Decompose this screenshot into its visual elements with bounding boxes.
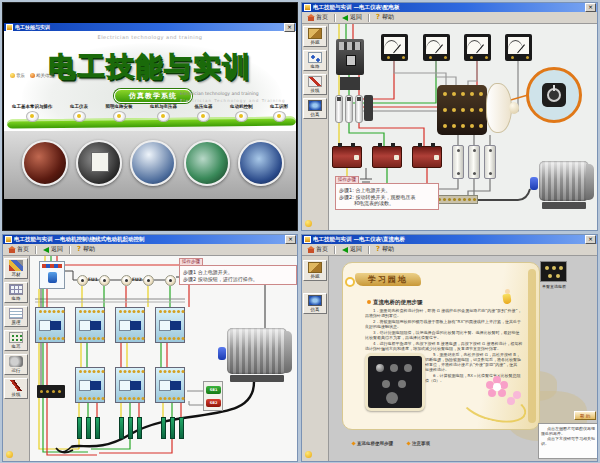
meter-screws: [470, 56, 473, 59]
help-button[interactable]: 帮助: [373, 13, 397, 22]
sidebar-button-appearance[interactable]: 外观: [303, 26, 327, 47]
home-button[interactable]: 首页: [305, 13, 331, 22]
sidebar-button-wiring[interactable]: 接线: [303, 74, 327, 95]
start-button[interactable]: SB1: [206, 386, 221, 394]
back-button[interactable]: 返回: [40, 245, 66, 254]
home-window: 电工技能与实训 × Electrician technology and tra…: [4, 23, 296, 199]
power-switch[interactable]: [39, 261, 65, 289]
link-precautions[interactable]: 注意事项: [407, 441, 430, 446]
menu-oval-button[interactable]: [113, 111, 126, 122]
sidebar-label: 原理: [5, 320, 27, 325]
menu-oval-button[interactable]: [273, 111, 286, 122]
sidebar-button-circuit[interactable]: 电路: [303, 50, 327, 71]
menu-oval-button[interactable]: [73, 111, 86, 122]
current-transformer-2: [372, 146, 402, 168]
sidebar-button-principle[interactable]: 原理: [4, 306, 28, 327]
step-paragraph: 2．将被测电阻用较粗的铜导线接于面板上标有“RX”的两接线柱上并拧紧，使其处于良…: [365, 319, 523, 329]
switch-handle[interactable]: [509, 102, 519, 114]
home-button[interactable]: 首页: [6, 245, 32, 254]
back-button-label: 返回: [350, 245, 362, 254]
app-icon: [6, 24, 13, 31]
close-button[interactable]: ×: [585, 235, 596, 244]
rotary-changeover-switch[interactable]: [437, 85, 487, 135]
contact-terminals: [79, 310, 82, 313]
sidebar-button-devices[interactable]: 电器: [4, 330, 28, 351]
fuse-label-fu2: FU2: [132, 277, 142, 282]
help-button[interactable]: 帮助: [373, 245, 397, 254]
current-transformer-1: [332, 146, 362, 168]
box-icon: [308, 262, 322, 273]
help-button-label: 帮助: [382, 13, 394, 22]
learning-banner: 学习园地: [355, 273, 421, 286]
meter-icon: [308, 52, 322, 63]
help-button[interactable]: 帮助: [74, 245, 98, 254]
menu-oval-button[interactable]: [26, 111, 39, 122]
back-button[interactable]: 返回: [339, 245, 365, 254]
switch-toggle[interactable]: [48, 272, 57, 283]
music-ball-icon[interactable]: [6, 451, 13, 458]
power-switch[interactable]: [336, 39, 364, 75]
switch-knob-zoom[interactable]: [542, 83, 566, 107]
home-button-label: 首页: [316, 13, 328, 22]
instrument-knobs: [376, 364, 384, 372]
menu-item-low-voltage[interactable]: 低压电器: [195, 104, 213, 122]
home-icon: [9, 249, 15, 253]
menu-item-motor-control[interactable]: 电动机控制: [230, 104, 253, 122]
step-paragraph: 4．进行电桥平衡调节，先按下按钮 B 接通电源，再按下按钮 G 接通检流计，根据…: [365, 341, 523, 351]
sidebar-button-run[interactable]: 运行: [4, 354, 28, 375]
back-icon: [43, 247, 49, 253]
sidebar-label: 电器: [5, 344, 27, 349]
app-icon: [304, 4, 311, 11]
contactor-7: [155, 367, 185, 403]
wound-rotor-motor: [218, 328, 292, 382]
back-button[interactable]: 返回: [339, 13, 365, 22]
close-button[interactable]: ×: [284, 23, 295, 32]
menu-item-basics[interactable]: 电工基本常识与操作: [12, 104, 53, 122]
help-panel-button[interactable]: 帮 助: [574, 411, 596, 420]
resistor: [86, 417, 91, 439]
resistor: [161, 417, 166, 439]
stop-button[interactable]: SB2: [206, 399, 221, 407]
switch-lever[interactable]: [346, 55, 356, 66]
menu-item-drawing-reading[interactable]: 电工识图: [270, 104, 288, 122]
close-button[interactable]: ×: [585, 3, 596, 12]
sidebar-button-simulation[interactable]: 仿真: [303, 98, 327, 119]
sidebar: 器材 电路 原理 电器 运行 接线: [3, 255, 30, 461]
music-ball-icon[interactable]: [305, 220, 312, 227]
menu-item-instruments[interactable]: 电工仪表: [70, 104, 88, 122]
menu-item-lighting[interactable]: 照明电路安装: [106, 104, 133, 122]
sidebar-button-equipment[interactable]: 器材: [4, 258, 28, 279]
sidebar: 外观 仿真: [302, 255, 329, 461]
toolbar: 首页 返回 帮助: [3, 244, 297, 256]
sidebar-button-circuit[interactable]: 电路: [4, 282, 28, 303]
info-button[interactable]: 相关信息: [30, 73, 54, 78]
pushbutton-station: SB1 SB2: [203, 381, 223, 411]
content-card: 学习园地 直流电桥的使用步骤 1．测量前先检查检流计指针，即将 G 接线柱处的金…: [342, 262, 540, 430]
main-title: 电工技能与实训: [4, 49, 296, 85]
tools-icon: [9, 260, 23, 271]
sidebar-button-simulation[interactable]: 仿真: [303, 293, 327, 314]
menu-oval-button[interactable]: [197, 111, 210, 122]
toolbar-separator: [368, 246, 370, 254]
sidebar-button-wiring[interactable]: 接线: [4, 378, 28, 399]
toolbar: 首页 返回 帮助: [302, 244, 597, 256]
fuse-element-2: [99, 275, 110, 286]
fuse-link-3: [484, 145, 496, 179]
bridge-instrument-photo[interactable]: [365, 353, 425, 411]
music-button[interactable]: 音乐: [10, 73, 25, 78]
contactor-3: [115, 307, 145, 343]
link-usage-steps[interactable]: 直流电桥使用步骤: [352, 441, 393, 446]
menu-oval-button[interactable]: [157, 111, 170, 122]
step-paragraph: 3．估计待测电阻阻值，以便选择合适的比较臂与比率臂。选择比较臂时，最好能使比较臂…: [365, 330, 523, 340]
menu-oval-button[interactable]: [235, 111, 248, 122]
music-ball-icon[interactable]: [305, 451, 312, 458]
close-button[interactable]: ×: [285, 235, 296, 244]
menu-item-motors-transformers[interactable]: 电机与变压器: [150, 104, 177, 122]
contactor-nameplate: [170, 321, 181, 330]
sidebar-button-appearance[interactable]: 外观: [303, 260, 327, 281]
bridge-thumbnail[interactable]: [540, 261, 567, 282]
window-titlebar: 电工技能与实训 —电工仪表\直流电桥 ×: [302, 235, 597, 244]
toolbar-separator: [35, 246, 37, 254]
voltmeter-2: [505, 34, 532, 61]
home-button[interactable]: 首页: [305, 245, 331, 254]
